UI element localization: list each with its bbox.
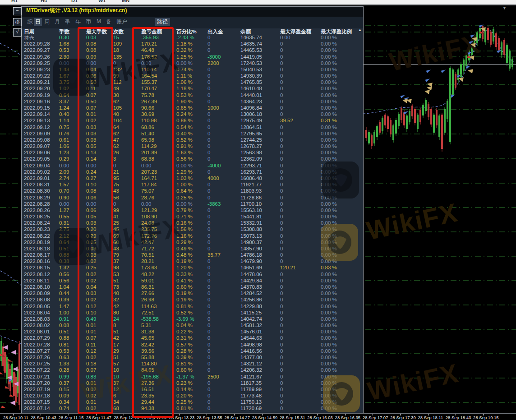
table-cell: 2022.09.08 [24,137,50,143]
table-cell: 0.20 % [176,393,193,398]
table-cell: 2022.09.05 [24,156,50,162]
column-header: 日期 [24,28,34,35]
table-cell: 14440.01 [240,92,262,98]
tab-月[interactable]: 月 [53,18,61,26]
tab-备[interactable]: 备 [105,18,113,26]
table-cell: 1.67 [59,73,69,78]
table-cell: 0.00 % [321,150,337,155]
table-cell: 0 [207,79,210,85]
table-row: 2022.09.012.740.2795164.711.03 %40001608… [22,175,364,182]
table-cell: 2022.08.26 [24,208,50,213]
table-cell: 0 [280,304,283,309]
table-cell: -2.43 % [176,35,194,40]
candle-body [403,112,405,125]
timeframe-button-W1[interactable]: W1 [98,0,106,3]
table-cell: 15563.10 [240,208,262,213]
candle-body [8,364,9,384]
tab-日[interactable]: 日 [34,18,42,26]
table-cell: 6 [113,393,116,398]
candle-body [506,45,508,63]
chevron-down-icon[interactable]: ▼ [502,6,507,10]
table-cell: 47 [113,137,119,143]
table-cell: 2022.07.15 [24,399,50,405]
tab-周[interactable]: 周 [43,18,51,26]
table-cell: 0.56 [59,272,69,277]
check-button[interactable]: √ [13,28,22,37]
table-cell: 34 [113,399,119,405]
timeframe-button-H4[interactable]: H4 [41,0,47,3]
table-cell: 2022.08.18 [24,246,50,251]
candle-body [411,106,413,116]
table-cell: 0 [207,361,210,366]
table-cell: 15 [113,35,119,40]
table-cell: 0 [207,246,210,251]
table-cell: 1.11 % [176,73,192,78]
table-cell: 0 [280,399,283,405]
table-cell: 2022.09.06 [24,150,50,155]
table-cell: -4000 [207,163,221,168]
tab-年[interactable]: 年 [74,18,82,26]
table-cell: 132 [113,67,122,72]
candle-body [9,369,11,391]
table-cell: 1.90 % [176,99,193,104]
table-cell: 0 [280,258,283,264]
table-cell: 2022.08.19 [24,240,50,245]
scroll-up-icon[interactable]: ▲ [358,28,362,32]
table-cell: 0.61 [59,137,69,143]
table-cell: 40 [113,291,119,296]
candle-body [365,130,367,138]
table-cell: 62 [113,99,119,104]
table-cell: 0.63 [59,355,69,360]
table-cell: 0.00 % [321,67,337,72]
candle-body [493,29,494,42]
table-cell: 0.91 [59,316,69,322]
table-cell: 0.00 % [321,125,337,130]
table-cell: 26 [113,150,119,155]
table-cell: 14610.48 [240,86,262,91]
tab-季[interactable]: 季 [64,18,72,26]
table-cell: 112 [113,79,121,85]
table-cell: 0.00 % [321,73,337,78]
table-cell: 0 [207,240,210,245]
table-row: 2022.09.201.020.1149170.471.18 %014610.4… [22,86,364,92]
table-cell: 0.88 [59,252,69,258]
table-cell: 0.55 [59,214,69,219]
table-cell: 0 [207,329,210,334]
axis-time-label: 28 Sep 16:35 [335,415,361,420]
axis-time-label: 28 Sep 13:55 [197,415,222,420]
table-cell: 35.77 [207,252,221,258]
table-row: 2022.09.281.680.08109170.211.18 %014635.… [22,41,364,47]
tab-M[interactable]: M [95,18,102,26]
table-cell: 1.03 % [176,175,193,181]
minimize-button[interactable]: − [13,7,22,15]
table-row: 2022.09.061.230.1326201.891.63 %012563.9… [22,150,364,156]
tab-账户[interactable]: 账户 [115,18,129,26]
panel-titlebar[interactable]: MTDriver统计 ,V3.12 (http://mtdriver.cn) [22,7,363,17]
path-button[interactable]: 路径 [155,18,170,26]
table-row: 2022.08.180.510.034371.720.49 %014857.90… [22,246,364,252]
table-cell: 0 [207,131,210,136]
tab-综[interactable]: 综 [26,18,34,26]
candle-body [0,341,2,361]
table-cell: 51 [113,355,119,360]
timeframe-button-H1[interactable]: H1 [11,0,18,3]
table-cell: 0.00 % [176,201,193,207]
table-cell: 0.52 % [176,310,193,315]
move-button[interactable]: 移 [13,18,22,26]
tab-币[interactable]: 币 [84,18,92,26]
table-cell: 11728.86 [240,195,262,200]
table-cell: 0.00 % [321,367,337,373]
timeframe-toolbar[interactable]: H1H4D1W1MN [0,0,516,5]
timeframe-button-MN[interactable]: MN [122,0,129,3]
table-cell: 0.22 % [176,329,193,334]
table-cell: 0.32 % [176,47,193,53]
candle-body [384,115,386,125]
table-cell: 0 [280,380,283,386]
candle-body [430,109,432,125]
table-row: 2022.08.311.570.1075117.841.00 %011921.7… [22,182,364,188]
timeframe-button-D1[interactable]: D1 [71,0,78,3]
candle-body [398,114,400,126]
table-cell: 0.00 % [321,35,337,40]
table-cell: 11700.10 [240,201,262,207]
table-cell: 0.00 % [321,188,337,194]
